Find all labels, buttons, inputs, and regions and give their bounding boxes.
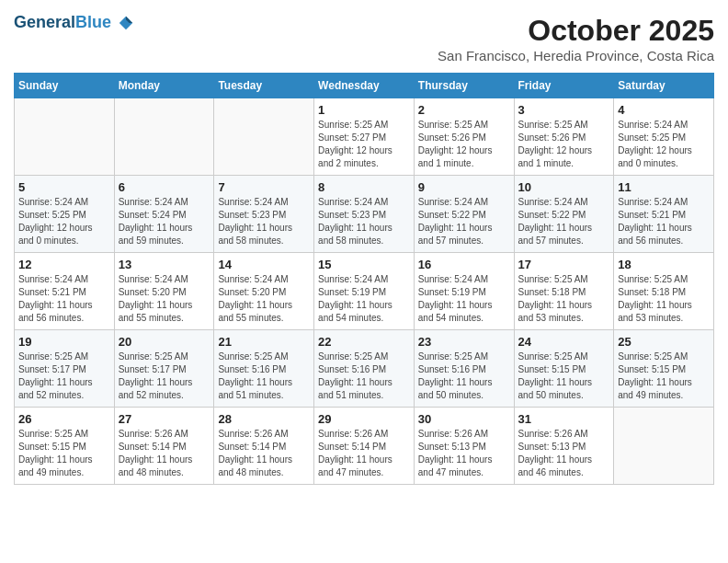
col-sunday: Sunday (15, 74, 115, 98)
day-info: Sunrise: 5:25 AMSunset: 5:18 PMDaylight:… (618, 273, 710, 325)
table-row: 14 Sunrise: 5:24 AMSunset: 5:20 PMDaylig… (214, 253, 314, 330)
day-number: 3 (518, 103, 610, 117)
logo: GeneralBlue (14, 14, 134, 32)
logo-icon (118, 15, 134, 31)
table-row: 28 Sunrise: 5:26 AMSunset: 5:14 PMDaylig… (214, 408, 314, 485)
day-info: Sunrise: 5:25 AMSunset: 5:26 PMDaylight:… (418, 119, 510, 170)
day-number: 27 (119, 412, 210, 426)
day-number: 30 (418, 412, 510, 426)
day-number: 9 (418, 180, 510, 194)
day-info: Sunrise: 5:25 AMSunset: 5:26 PMDaylight:… (518, 119, 610, 170)
table-row: 25 Sunrise: 5:25 AMSunset: 5:15 PMDaylig… (614, 330, 714, 408)
table-row: 21 Sunrise: 5:25 AMSunset: 5:16 PMDaylig… (214, 330, 314, 408)
table-row: 22 Sunrise: 5:25 AMSunset: 5:16 PMDaylig… (314, 330, 415, 408)
col-saturday: Saturday (614, 74, 714, 98)
table-row (214, 98, 314, 176)
day-info: Sunrise: 5:25 AMSunset: 5:15 PMDaylight:… (518, 350, 610, 402)
day-number: 24 (518, 335, 610, 349)
table-row: 27 Sunrise: 5:26 AMSunset: 5:14 PMDaylig… (114, 408, 214, 485)
day-info: Sunrise: 5:24 AMSunset: 5:21 PMDaylight:… (618, 196, 710, 247)
day-number: 10 (518, 180, 610, 194)
col-thursday: Thursday (414, 74, 514, 98)
day-info: Sunrise: 5:26 AMSunset: 5:13 PMDaylight:… (518, 428, 610, 479)
table-row: 31 Sunrise: 5:26 AMSunset: 5:13 PMDaylig… (514, 408, 614, 485)
day-info: Sunrise: 5:24 AMSunset: 5:23 PMDaylight:… (318, 196, 410, 247)
day-info: Sunrise: 5:24 AMSunset: 5:19 PMDaylight:… (418, 273, 510, 325)
table-row: 23 Sunrise: 5:25 AMSunset: 5:16 PMDaylig… (414, 330, 514, 408)
day-number: 6 (119, 180, 210, 194)
logo-text: GeneralBlue (14, 14, 134, 32)
day-info: Sunrise: 5:25 AMSunset: 5:16 PMDaylight:… (218, 350, 310, 402)
day-number: 12 (18, 258, 110, 271)
day-info: Sunrise: 5:24 AMSunset: 5:25 PMDaylight:… (18, 196, 110, 247)
day-number: 14 (218, 258, 310, 271)
day-number: 17 (518, 258, 610, 271)
table-row: 10 Sunrise: 5:24 AMSunset: 5:22 PMDaylig… (514, 176, 614, 253)
day-number: 21 (218, 335, 310, 349)
day-info: Sunrise: 5:26 AMSunset: 5:14 PMDaylight:… (119, 428, 210, 479)
title-section: October 2025 San Francisco, Heredia Prov… (438, 14, 714, 63)
day-number: 29 (318, 412, 410, 426)
day-info: Sunrise: 5:26 AMSunset: 5:14 PMDaylight:… (318, 428, 410, 479)
table-row: 15 Sunrise: 5:24 AMSunset: 5:19 PMDaylig… (314, 253, 415, 330)
table-row: 7 Sunrise: 5:24 AMSunset: 5:23 PMDayligh… (214, 176, 314, 253)
day-number: 5 (18, 180, 110, 194)
table-row (614, 408, 714, 485)
table-row: 12 Sunrise: 5:24 AMSunset: 5:21 PMDaylig… (15, 253, 115, 330)
day-info: Sunrise: 5:25 AMSunset: 5:17 PMDaylight:… (18, 350, 110, 402)
day-info: Sunrise: 5:25 AMSunset: 5:16 PMDaylight:… (418, 350, 510, 402)
table-row: 18 Sunrise: 5:25 AMSunset: 5:18 PMDaylig… (614, 253, 714, 330)
day-number: 13 (119, 258, 210, 271)
table-row: 9 Sunrise: 5:24 AMSunset: 5:22 PMDayligh… (414, 176, 514, 253)
day-number: 20 (119, 335, 210, 349)
table-row (114, 98, 214, 176)
day-number: 11 (618, 180, 710, 194)
day-number: 4 (618, 103, 710, 117)
day-number: 1 (318, 103, 410, 117)
day-info: Sunrise: 5:24 AMSunset: 5:21 PMDaylight:… (18, 273, 110, 325)
day-info: Sunrise: 5:24 AMSunset: 5:19 PMDaylight:… (318, 273, 410, 325)
day-number: 19 (18, 335, 110, 349)
day-info: Sunrise: 5:25 AMSunset: 5:15 PMDaylight:… (618, 350, 710, 402)
table-row (15, 98, 115, 176)
table-row: 4 Sunrise: 5:24 AMSunset: 5:25 PMDayligh… (614, 98, 714, 176)
day-info: Sunrise: 5:24 AMSunset: 5:24 PMDaylight:… (119, 196, 210, 247)
col-friday: Friday (514, 74, 614, 98)
day-number: 25 (618, 335, 710, 349)
col-wednesday: Wednesday (314, 74, 415, 98)
table-row: 11 Sunrise: 5:24 AMSunset: 5:21 PMDaylig… (614, 176, 714, 253)
table-row: 1 Sunrise: 5:25 AMSunset: 5:27 PMDayligh… (314, 98, 415, 176)
day-info: Sunrise: 5:26 AMSunset: 5:13 PMDaylight:… (418, 428, 510, 479)
table-row: 20 Sunrise: 5:25 AMSunset: 5:17 PMDaylig… (114, 330, 214, 408)
day-number: 26 (18, 412, 110, 426)
table-row: 19 Sunrise: 5:25 AMSunset: 5:17 PMDaylig… (15, 330, 115, 408)
day-number: 31 (518, 412, 610, 426)
day-info: Sunrise: 5:24 AMSunset: 5:22 PMDaylight:… (518, 196, 610, 247)
day-info: Sunrise: 5:24 AMSunset: 5:23 PMDaylight:… (218, 196, 310, 247)
day-info: Sunrise: 5:26 AMSunset: 5:14 PMDaylight:… (218, 428, 310, 479)
table-row: 13 Sunrise: 5:24 AMSunset: 5:20 PMDaylig… (114, 253, 214, 330)
day-info: Sunrise: 5:24 AMSunset: 5:20 PMDaylight:… (218, 273, 310, 325)
day-info: Sunrise: 5:25 AMSunset: 5:17 PMDaylight:… (119, 350, 210, 402)
day-info: Sunrise: 5:25 AMSunset: 5:18 PMDaylight:… (518, 273, 610, 325)
calendar-table: Sunday Monday Tuesday Wednesday Thursday… (14, 73, 714, 485)
day-info: Sunrise: 5:24 AMSunset: 5:25 PMDaylight:… (618, 119, 710, 170)
month-year: October 2025 (438, 14, 714, 48)
day-number: 22 (318, 335, 410, 349)
day-number: 2 (418, 103, 510, 117)
day-number: 23 (418, 335, 510, 349)
table-row: 8 Sunrise: 5:24 AMSunset: 5:23 PMDayligh… (314, 176, 415, 253)
col-monday: Monday (114, 74, 214, 98)
day-info: Sunrise: 5:24 AMSunset: 5:20 PMDaylight:… (119, 273, 210, 325)
location: San Francisco, Heredia Province, Costa R… (438, 48, 714, 63)
table-row: 3 Sunrise: 5:25 AMSunset: 5:26 PMDayligh… (514, 98, 614, 176)
day-number: 28 (218, 412, 310, 426)
table-row: 16 Sunrise: 5:24 AMSunset: 5:19 PMDaylig… (414, 253, 514, 330)
day-info: Sunrise: 5:24 AMSunset: 5:22 PMDaylight:… (418, 196, 510, 247)
col-tuesday: Tuesday (214, 74, 314, 98)
table-row: 30 Sunrise: 5:26 AMSunset: 5:13 PMDaylig… (414, 408, 514, 485)
table-row: 17 Sunrise: 5:25 AMSunset: 5:18 PMDaylig… (514, 253, 614, 330)
day-info: Sunrise: 5:25 AMSunset: 5:16 PMDaylight:… (318, 350, 410, 402)
table-row: 24 Sunrise: 5:25 AMSunset: 5:15 PMDaylig… (514, 330, 614, 408)
table-row: 26 Sunrise: 5:25 AMSunset: 5:15 PMDaylig… (15, 408, 115, 485)
